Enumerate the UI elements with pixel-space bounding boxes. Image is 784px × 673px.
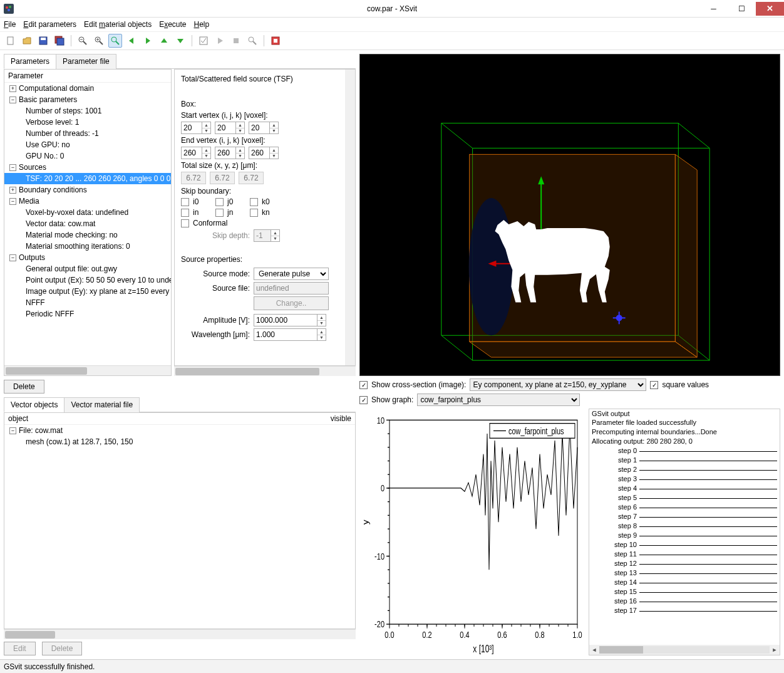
tree-nfff[interactable]: NFFF xyxy=(4,297,171,308)
tree-tsf[interactable]: TSF: 20 20 20 ... 260 260 260, angles 0 … xyxy=(4,173,171,184)
detail-hscroll[interactable] xyxy=(174,366,356,376)
vec-file[interactable]: File: cow.mat xyxy=(19,426,63,435)
cb-k0[interactable] xyxy=(250,198,258,206)
detail-vscroll[interactable] xyxy=(345,70,355,365)
save-all-icon[interactable] xyxy=(53,34,66,48)
svg-point-31 xyxy=(469,198,514,335)
wavelength-field[interactable] xyxy=(254,328,317,341)
menu-help[interactable]: Help xyxy=(194,20,210,29)
new-icon[interactable] xyxy=(4,34,18,48)
cb-in[interactable] xyxy=(181,209,189,217)
svg-text:0.0: 0.0 xyxy=(384,630,394,640)
gwyddion-icon[interactable] xyxy=(269,34,282,48)
tree-media[interactable]: Media xyxy=(19,197,39,206)
svg-rect-39 xyxy=(389,420,577,624)
play-icon[interactable] xyxy=(213,34,227,48)
tab-parameter-file[interactable]: Parameter file xyxy=(56,54,116,69)
tree-basic[interactable]: Basic parameters xyxy=(19,95,77,104)
source-mode-label: Source mode: xyxy=(181,269,250,278)
cb-square[interactable]: ✓ xyxy=(650,381,658,389)
ev-j[interactable] xyxy=(215,147,236,159)
cb-conformal[interactable] xyxy=(181,219,189,227)
svg-rect-8 xyxy=(57,38,64,45)
vec-hscroll[interactable] xyxy=(4,629,356,639)
tree-verbose[interactable]: Verbose level: 1 xyxy=(4,117,171,128)
tab-vector-material[interactable]: Vector material file xyxy=(64,397,140,412)
cb-show-graph[interactable]: ✓ xyxy=(359,396,368,404)
tab-vector-objects[interactable]: Vector objects xyxy=(4,397,64,412)
cb-cross-section[interactable]: ✓ xyxy=(359,381,368,389)
svg-line-29 xyxy=(441,123,473,149)
sv-j[interactable] xyxy=(215,122,236,134)
open-icon[interactable] xyxy=(20,34,34,48)
nav-up-icon[interactable] xyxy=(157,34,171,48)
3d-viewport[interactable] xyxy=(359,54,780,376)
zoom-in-icon[interactable] xyxy=(92,34,106,48)
tree-matcheck[interactable]: Material mode checking: no xyxy=(4,229,171,241)
tree-comp-domain[interactable]: Computational domain xyxy=(19,84,94,93)
tree-steps[interactable]: Number of steps: 1001 xyxy=(4,105,171,117)
amplitude-field[interactable] xyxy=(254,314,317,326)
end-vertex-label: End vertex (i, j, k) [voxel]: xyxy=(181,136,349,145)
tree-voxel[interactable]: Voxel-by-voxel data: undefined xyxy=(4,207,171,218)
tree-hscroll[interactable] xyxy=(4,365,171,375)
cb-jn[interactable] xyxy=(215,209,224,217)
menu-edit-parameters[interactable]: Edit parameters xyxy=(23,20,76,29)
tree-vecdata[interactable]: Vector data: cow.mat xyxy=(4,218,171,229)
change-button[interactable]: Change.. xyxy=(254,296,329,310)
tree-pointout[interactable]: Point output (Ex): 50 50 50 every 10 to … xyxy=(4,274,171,286)
source-mode-select[interactable]: Generate pulse xyxy=(254,268,329,280)
cb-j0[interactable] xyxy=(215,198,224,206)
check-icon[interactable] xyxy=(197,34,210,48)
tree-outputs[interactable]: Outputs xyxy=(19,253,45,262)
tree-header: Parameter xyxy=(4,70,171,83)
delete-vec-button[interactable]: Delete xyxy=(42,642,83,655)
tree-gpu[interactable]: Use GPU: no xyxy=(4,139,171,150)
inspect-icon[interactable] xyxy=(245,34,259,48)
app-icon xyxy=(4,4,14,14)
zoom-out-icon[interactable] xyxy=(76,34,90,48)
delete-button[interactable]: Delete xyxy=(4,380,44,394)
sv-k[interactable] xyxy=(249,122,270,134)
tree-genout[interactable]: General output file: out.gwy xyxy=(4,263,171,274)
menu-file[interactable]: File xyxy=(4,20,16,29)
save-icon[interactable] xyxy=(36,34,50,48)
titlebar: cow.par - XSvit ─ ☐ ✕ xyxy=(0,0,784,18)
tree-periodic[interactable]: Periodic NFFF xyxy=(4,308,171,320)
tree-boundary[interactable]: Boundary conditions xyxy=(19,185,87,194)
tree-threads[interactable]: Number of threads: -1 xyxy=(4,128,171,139)
zoom-fit-icon[interactable] xyxy=(108,34,122,48)
cb-kn[interactable] xyxy=(250,209,258,217)
nav-down-icon[interactable] xyxy=(173,34,187,48)
tree-gpuno[interactable]: GPU No.: 0 xyxy=(4,150,171,162)
amplitude-label: Amplitude [V]: xyxy=(181,316,250,325)
ev-k[interactable] xyxy=(249,147,270,159)
svg-point-3 xyxy=(8,9,10,11)
svg-rect-19 xyxy=(234,38,239,43)
source-props-label: Source properties: xyxy=(181,255,349,264)
output-hscroll[interactable]: ◄► xyxy=(589,645,780,655)
menu-execute[interactable]: Execute xyxy=(159,20,186,29)
ev-i[interactable] xyxy=(181,147,202,159)
edit-button[interactable]: Edit xyxy=(4,642,36,655)
svg-rect-6 xyxy=(41,38,46,40)
nav-left-icon[interactable] xyxy=(125,34,138,48)
statusbar: GSvit successfully finished. xyxy=(0,659,784,673)
parameter-tree[interactable]: +Computational domain −Basic parameters … xyxy=(4,83,171,365)
tree-imageout[interactable]: Image output (Ey): xy plane at z=150 eve… xyxy=(4,286,171,297)
tree-sources[interactable]: Sources xyxy=(19,163,46,172)
maximize-button[interactable]: ☐ xyxy=(728,2,756,16)
vec-mesh[interactable]: mesh (cow.1) at 128.7, 150, 150 xyxy=(4,436,355,447)
menu-edit-material[interactable]: Edit material objects xyxy=(84,20,152,29)
nav-right-icon[interactable] xyxy=(141,34,155,48)
cross-section-select[interactable]: Ey component, xy plane at z=150, ey_xypl… xyxy=(470,378,646,391)
vec-col-object: object xyxy=(8,414,28,423)
graph-select[interactable]: cow_farpoint_plus xyxy=(417,394,580,406)
minimize-button[interactable]: ─ xyxy=(699,2,728,16)
sv-i[interactable] xyxy=(181,122,202,134)
tree-matsmooth[interactable]: Material smoothing iterations: 0 xyxy=(4,241,171,252)
close-button[interactable]: ✕ xyxy=(756,2,784,16)
cb-i0[interactable] xyxy=(181,198,189,206)
tab-parameters[interactable]: Parameters xyxy=(4,54,56,69)
stop-icon[interactable] xyxy=(229,34,243,48)
